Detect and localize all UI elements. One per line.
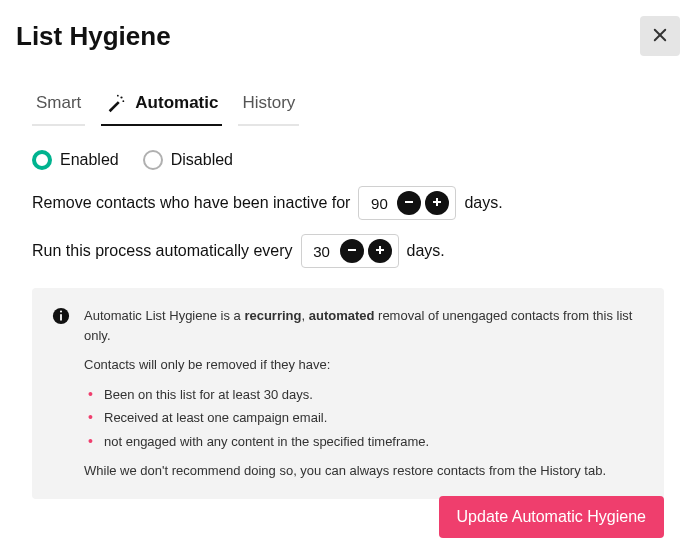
svg-point-4 (117, 95, 119, 97)
dialog-content: Smart Automatic History Enabled Disable (16, 84, 680, 499)
info-callout: Automatic List Hygiene is a recurring, a… (32, 288, 664, 499)
info-bullet: Received at least one campaign email. (88, 408, 644, 428)
inactive-prefix: Remove contacts who have been inactive f… (32, 194, 350, 212)
radio-icon (32, 150, 52, 170)
close-icon (651, 26, 669, 47)
dialog-footer: Update Automatic Hygiene (439, 496, 664, 538)
plus-icon (431, 196, 443, 211)
run-prefix: Run this process automatically every (32, 242, 293, 260)
svg-rect-7 (436, 198, 438, 206)
plus-icon (374, 244, 386, 259)
svg-point-2 (121, 96, 123, 98)
tab-automatic[interactable]: Automatic (101, 84, 222, 126)
info-line-3: While we don't recommend doing so, you c… (84, 461, 644, 481)
tab-label: Smart (36, 93, 81, 113)
close-button[interactable] (640, 16, 680, 56)
run-days-increment[interactable] (368, 239, 392, 263)
info-line-2: Contacts will only be removed if they ha… (84, 355, 644, 375)
info-content: Automatic List Hygiene is a recurring, a… (84, 306, 644, 481)
radio-label: Enabled (60, 151, 119, 169)
dialog-header: List Hygiene (16, 16, 680, 56)
tab-row: Smart Automatic History (32, 84, 664, 126)
tab-history[interactable]: History (238, 84, 299, 126)
inactive-days-row: Remove contacts who have been inactive f… (32, 186, 664, 220)
radio-disabled[interactable]: Disabled (143, 150, 233, 170)
svg-rect-10 (379, 246, 381, 254)
info-bullet: not engaged with any content in the spec… (88, 432, 644, 452)
info-bullet-list: Been on this list for at least 30 days. … (84, 385, 644, 452)
minus-icon (403, 196, 415, 211)
inactive-suffix: days. (464, 194, 502, 212)
enabled-radio-group: Enabled Disabled (32, 150, 664, 170)
run-every-row: Run this process automatically every 30 … (32, 234, 664, 268)
inactive-days-stepper: 90 (358, 186, 456, 220)
minus-icon (346, 244, 358, 259)
tab-label: Automatic (135, 93, 218, 113)
info-bullet: Been on this list for at least 30 days. (88, 385, 644, 405)
run-days-stepper: 30 (301, 234, 399, 268)
inactive-days-increment[interactable] (425, 191, 449, 215)
svg-rect-8 (348, 249, 356, 251)
radio-label: Disabled (171, 151, 233, 169)
tab-label: History (242, 93, 295, 113)
svg-rect-5 (405, 201, 413, 203)
info-icon (52, 307, 70, 325)
magic-wand-icon (105, 92, 127, 114)
svg-point-3 (123, 100, 125, 102)
run-days-decrement[interactable] (340, 239, 364, 263)
info-line-1: Automatic List Hygiene is a recurring, a… (84, 306, 644, 345)
page-title: List Hygiene (16, 21, 171, 52)
update-automatic-hygiene-button[interactable]: Update Automatic Hygiene (439, 496, 664, 538)
svg-point-13 (60, 310, 62, 312)
inactive-days-decrement[interactable] (397, 191, 421, 215)
radio-enabled[interactable]: Enabled (32, 150, 119, 170)
radio-icon (143, 150, 163, 170)
run-days-value[interactable]: 30 (308, 243, 336, 260)
inactive-days-value[interactable]: 90 (365, 195, 393, 212)
run-suffix: days. (407, 242, 445, 260)
svg-rect-12 (60, 314, 62, 320)
tab-smart[interactable]: Smart (32, 84, 85, 126)
